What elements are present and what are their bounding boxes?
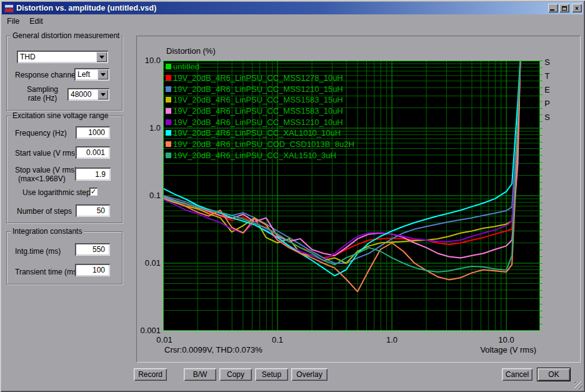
cancel-button[interactable]: Cancel — [502, 368, 532, 381]
chevron-down-icon — [101, 73, 106, 76]
legend-label: 19V_20dB_4R6_LinPSU_CC_MSS1583_10uH — [173, 106, 343, 116]
title-bar[interactable]: Distortion vs. amplitude (untitled.vsd) … — [2, 2, 583, 14]
group-integration-title: Integration constants — [11, 227, 84, 236]
transient-time-field[interactable]: 100 — [75, 264, 110, 276]
legend-item: 19V_20dB_4R6_LinPSU_CC_XAL1510_3uH — [166, 150, 354, 161]
legend-label: 19V_20dB_4R6_LinPSU_CC_XAL1510_3uH — [173, 151, 336, 160]
maximize-icon — [562, 6, 567, 11]
legend-swatch-icon — [166, 75, 171, 81]
legend-item: 19V_20dB_4R6_LinPSU_CC_MSS1583_10uH — [166, 106, 354, 117]
sampling-rate-dropdown-button[interactable] — [98, 89, 108, 99]
legend-swatch-icon — [166, 64, 171, 69]
y-tick-0p001: 0.001 — [138, 326, 161, 335]
sampling-rate-label-line2: rate (Hz) — [21, 94, 64, 103]
sampling-rate-label: Sampling rate (Hz) — [21, 85, 64, 103]
chart-legend: untitled19V_20dB_4R6_LinPSU_CC_MSS1278_1… — [166, 61, 354, 161]
legend-label: 19V_20dB_4R6_LinPSU_CC_MSS1210_10uH — [173, 118, 343, 127]
group-integration: Integration constants — [6, 231, 122, 284]
legend-label: 19V_20dB_4R6_LinPSU_CC_XAL1010_10uH — [173, 128, 341, 138]
legend-swatch-icon — [166, 119, 171, 125]
resize-grip[interactable] — [574, 381, 582, 389]
transient-time-label: Transient time (ms) — [15, 268, 79, 276]
stop-value-field[interactable]: 1.9 — [75, 168, 111, 181]
menu-bar: File Edit — [2, 14, 583, 28]
sampling-rate-label-line1: Sampling — [21, 85, 64, 94]
y-tick-10: 10.0 — [138, 56, 161, 65]
legend-label: 19V_20dB_4R6_LinPSU_CC_MSS1583_15uH — [173, 95, 343, 104]
log-steps-label: Use logarithmic steps — [22, 188, 94, 197]
y-tick-1: 1.0 — [138, 123, 161, 133]
cursor-readout: Crsr:0.0099V, THD:0.073% — [164, 345, 262, 354]
ok-button[interactable]: OK — [538, 368, 570, 381]
start-value-field[interactable]: 0.001 — [76, 146, 110, 159]
legend-label: 19V_20dB_4R6_LinPSU_CC_MSS1210_15uH — [173, 84, 343, 94]
chevron-down-icon — [99, 56, 104, 59]
sampling-rate-select[interactable]: 48000 — [68, 88, 109, 101]
measurement-dropdown-button[interactable] — [96, 52, 107, 62]
num-steps-label: Number of steps — [17, 207, 72, 216]
intg-time-field[interactable]: 550 — [75, 243, 110, 256]
legend-item: 19V_20dB_4R6_LinPSU_CC_MSS1583_15uH — [166, 94, 354, 106]
legend-swatch-icon — [166, 86, 171, 92]
window-title: Distortion vs. amplitude (untitled.vsd) — [16, 4, 156, 13]
steps-axis-label: STEPS — [542, 58, 552, 126]
legend-swatch-icon — [166, 141, 171, 147]
start-value-label: Start value (V rms) — [15, 149, 78, 158]
minimize-icon — [550, 9, 554, 11]
copy-button[interactable]: Copy — [219, 368, 252, 381]
close-button[interactable]: × — [572, 4, 582, 13]
check-icon: ✓ — [91, 188, 96, 196]
x-tick-0p1: 0.1 — [259, 335, 296, 344]
legend-swatch-icon — [166, 108, 171, 114]
frequency-label: Frequency (Hz) — [15, 129, 67, 138]
chart-panel: Distortion (%) untitled19V_20dB_4R6_LinP… — [136, 36, 581, 363]
legend-item: 19V_20dB_4R6_LinPSU_CC_MSS1278_10uH — [166, 73, 354, 84]
bw-button[interactable]: B/W — [184, 368, 216, 381]
group-general-title: General distortion measurement — [11, 31, 121, 40]
legend-item: untitled — [166, 61, 354, 73]
stop-value-note: (max<1.968V) — [18, 174, 66, 183]
menu-file[interactable]: File — [2, 16, 24, 27]
legend-swatch-icon — [166, 153, 171, 158]
app-icon — [4, 4, 14, 13]
minimize-button[interactable] — [548, 4, 558, 13]
close-icon: × — [575, 5, 579, 12]
response-channel-label: Response channel — [15, 71, 77, 79]
x-axis-label: Voltage (V rms) — [480, 345, 536, 354]
app-window: Distortion vs. amplitude (untitled.vsd) … — [0, 0, 585, 392]
x-tick-0p01: 0.01 — [146, 335, 183, 344]
legend-label: 19V_20dB_4R6_LinPSU_COD_CSD1013B_8u2H — [173, 139, 354, 149]
legend-item: 19V_20dB_4R6_LinPSU_CC_MSS1210_10uH — [166, 116, 354, 128]
response-channel-dropdown-button[interactable] — [98, 69, 108, 79]
chart-heading: Distortion (%) — [166, 46, 216, 56]
num-steps-field[interactable]: 50 — [76, 204, 110, 217]
sampling-rate-value: 48000 — [68, 90, 96, 99]
setup-button[interactable]: Setup — [255, 368, 288, 381]
legend-swatch-icon — [166, 97, 171, 103]
y-tick-0p1: 0.1 — [138, 191, 161, 200]
group-excitation-title: Excitation sine voltage range — [11, 111, 110, 120]
stop-value-label: Stop value (V rms) — [15, 166, 77, 174]
menu-edit[interactable]: Edit — [24, 16, 48, 27]
legend-item: 19V_20dB_4R6_LinPSU_CC_XAL1010_10uH — [166, 128, 354, 139]
legend-swatch-icon — [166, 130, 171, 136]
maximize-button[interactable] — [559, 4, 569, 13]
legend-item: 19V_20dB_4R6_LinPSU_CC_MSS1210_15uH — [166, 83, 354, 94]
plot-area[interactable]: untitled19V_20dB_4R6_LinPSU_CC_MSS1278_1… — [163, 61, 540, 331]
x-tick-1: 1.0 — [373, 335, 411, 344]
intg-time-label: Intg.time (ms) — [15, 247, 61, 256]
record-button[interactable]: Record — [134, 368, 167, 381]
chevron-down-icon — [101, 93, 106, 96]
response-channel-select[interactable]: Left — [74, 68, 109, 81]
overlay-button[interactable]: Overlay — [291, 368, 328, 381]
measurement-select[interactable]: THD — [17, 51, 108, 63]
log-steps-checkbox[interactable]: ✓ — [89, 188, 98, 196]
legend-label: untitled — [173, 62, 199, 71]
legend-item: 19V_20dB_4R6_LinPSU_COD_CSD1013B_8u2H — [166, 139, 354, 150]
response-channel-value: Left — [74, 70, 96, 79]
legend-label: 19V_20dB_4R6_LinPSU_CC_MSS1278_10uH — [173, 73, 343, 83]
measurement-value: THD — [17, 53, 95, 61]
y-tick-0p01: 0.01 — [138, 258, 161, 268]
frequency-field[interactable]: 1000 — [76, 126, 110, 139]
x-tick-10: 10.0 — [488, 335, 525, 344]
